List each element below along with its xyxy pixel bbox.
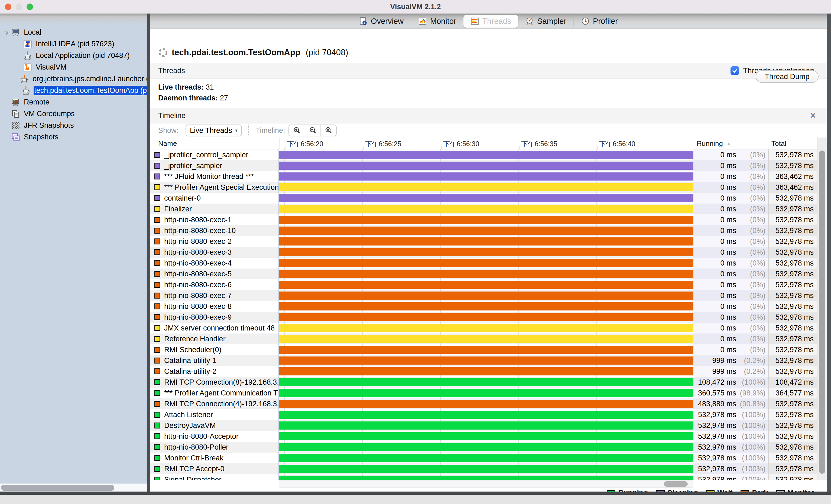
sidebar-item-local[interactable]: ∨Local	[0, 27, 150, 38]
column-header-name[interactable]: Name	[158, 139, 177, 148]
table-row[interactable]: Monitor Ctrl-Break532,978 ms(100%)532,97…	[150, 452, 827, 464]
thread-state-icon	[154, 195, 160, 201]
coredump-icon	[11, 109, 21, 119]
zoom-out-button[interactable]	[305, 125, 320, 136]
tab-threads[interactable]: Threads	[463, 15, 518, 28]
table-row[interactable]: http-nio-8080-exec-70 ms(0%)532,978 ms	[150, 290, 827, 301]
running-cell: 532,978 ms(100%)	[693, 442, 768, 452]
table-row[interactable]: http-nio-8080-Acceptor532,978 ms(100%)53…	[150, 431, 827, 442]
table-vscrollbar-thumb[interactable]	[819, 150, 825, 474]
table-row[interactable]: DestroyJavaVM532,978 ms(100%)532,978 ms	[150, 420, 827, 431]
running-value: 0 ms	[693, 335, 736, 343]
tab-label: Monitor	[430, 17, 456, 26]
table-row[interactable]: _jprofiler_control_sampler0 ms(0%)532,97…	[150, 149, 827, 160]
table-row[interactable]: http-nio-8080-Poller532,978 ms(100%)532,…	[150, 442, 827, 452]
timeline-timestamp: 下午6:56:25	[365, 139, 401, 148]
thread-state-icon	[154, 422, 160, 428]
table-row[interactable]: http-nio-8080-exec-80 ms(0%)532,978 ms	[150, 301, 827, 312]
table-row[interactable]: Attach Listener532,978 ms(100%)532,978 m…	[150, 409, 827, 420]
thread-dump-button[interactable]: Thread Dump	[756, 70, 819, 83]
thread-name-cell: RMI TCP Connection(8)-192.168.3.	[150, 377, 279, 388]
table-row[interactable]: http-nio-8080-exec-20 ms(0%)532,978 ms	[150, 236, 827, 247]
table-row[interactable]: RMI TCP Connection(4)-192.168.3.483,889 …	[150, 398, 827, 409]
running-value: 0 ms	[693, 248, 736, 257]
tab-sampler[interactable]: Sampler	[518, 15, 573, 28]
sidebar-item-intellij-idea-pid-57623[interactable]: IntelliJ IDEA (pid 57623)	[0, 38, 150, 50]
thread-name: DestroyJavaVM	[164, 421, 216, 430]
thread-state-icon	[154, 303, 160, 309]
tab-monitor[interactable]: Monitor	[411, 15, 463, 28]
sidebar-item-snapshots[interactable]: Snapshots	[0, 131, 150, 143]
java-icon	[23, 51, 32, 61]
sidebar-item-visualvm[interactable]: VisualVM	[0, 61, 150, 73]
sidebar-divider[interactable]	[147, 13, 150, 492]
running-percent: (0%)	[736, 161, 768, 170]
sidebar-item-remote[interactable]: Remote	[0, 96, 150, 108]
running-cell: 532,978 ms(100%)	[693, 452, 768, 464]
timeline-cell	[279, 333, 693, 344]
table-row[interactable]: RMI Scheduler(0)0 ms(0%)532,978 ms	[150, 344, 827, 355]
timeline-cell	[279, 171, 693, 182]
thread-name-cell: http-nio-8080-exec-7	[150, 290, 279, 301]
column-header-total[interactable]: Total	[771, 139, 786, 148]
running-cell: 0 ms(0%)	[693, 236, 768, 247]
thread-name: RMI TCP Accept-0	[164, 465, 225, 473]
table-row[interactable]: http-nio-8080-exec-90 ms(0%)532,978 ms	[150, 312, 827, 323]
application-header: tech.pdai.test.oom.TestOomApp (pid 70408…	[158, 42, 348, 63]
thread-name-cell: DestroyJavaVM	[150, 420, 279, 431]
sidebar-item-label: tech.pdai.test.oom.TestOomApp (pi	[34, 86, 150, 95]
timeline-close-icon[interactable]: ×	[810, 111, 816, 120]
zoom-in-button[interactable]	[289, 125, 305, 136]
running-percent: (0%)	[736, 335, 768, 343]
timeline-hscrollbar-thumb[interactable]	[664, 481, 688, 487]
table-row[interactable]: http-nio-8080-exec-50 ms(0%)532,978 ms	[150, 268, 827, 279]
running-value: 999 ms	[693, 356, 736, 365]
table-row[interactable]: container-00 ms(0%)532,978 ms	[150, 193, 827, 204]
sidebar-item-vm-coredumps[interactable]: VM Coredumps	[0, 108, 150, 120]
table-row[interactable]: http-nio-8080-exec-40 ms(0%)532,978 ms	[150, 258, 827, 268]
sidebar-item-jfr-snapshots[interactable]: JFR Snapshots	[0, 120, 150, 131]
table-row[interactable]: JMX server connection timeout 480 ms(0%)…	[150, 323, 827, 333]
thread-name-cell: http-nio-8080-exec-4	[150, 258, 279, 268]
thread-name: http-nio-8080-exec-1	[164, 216, 232, 224]
table-row[interactable]: http-nio-8080-exec-30 ms(0%)532,978 ms	[150, 247, 827, 258]
table-row[interactable]: _jprofiler_sampler0 ms(0%)532,978 ms	[150, 160, 827, 171]
table-row[interactable]: Finalizer0 ms(0%)532,978 ms	[150, 204, 827, 214]
timeline-cell	[279, 431, 693, 442]
table-row[interactable]: http-nio-8080-exec-10 ms(0%)532,978 ms	[150, 214, 827, 225]
table-row[interactable]: Reference Handler0 ms(0%)532,978 ms	[150, 333, 827, 344]
threads-visualization-checkbox[interactable]	[730, 66, 739, 75]
running-cell: 0 ms(0%)	[693, 247, 768, 258]
thread-state-bar	[279, 378, 693, 386]
table-row[interactable]: *** Profiler Agent Special Execution0 ms…	[150, 182, 827, 193]
table-row[interactable]: *** JFluid Monitor thread ***0 ms(0%)363…	[150, 171, 827, 182]
table-row[interactable]: Catalina-utility-1999 ms(0.2%)532,978 ms	[150, 355, 827, 366]
thread-name: http-nio-8080-exec-8	[164, 302, 232, 311]
sidebar-item-org-jetbrains-jps-cmdline-launcher[interactable]: org.jetbrains.jps.cmdline.Launcher (	[0, 73, 150, 85]
table-row[interactable]: http-nio-8080-exec-60 ms(0%)532,978 ms	[150, 279, 827, 290]
sidebar-item-local-application-pid-70487[interactable]: Local Application (pid 70487)	[0, 50, 150, 61]
thread-state-icon	[154, 390, 160, 396]
running-percent: (0%)	[736, 292, 768, 300]
table-row[interactable]: Catalina-utility-2999 ms(0.2%)532,978 ms	[150, 366, 827, 377]
table-row[interactable]: *** Profiler Agent Communication T360,57…	[150, 388, 827, 398]
sidebar-item-label: VM Coredumps	[23, 109, 76, 119]
table-row[interactable]: RMI TCP Accept-0532,978 ms(100%)532,978 …	[150, 464, 827, 474]
table-row[interactable]: http-nio-8080-exec-100 ms(0%)532,978 ms	[150, 225, 827, 236]
zoom-fit-button[interactable]	[320, 125, 336, 136]
thread-name-cell: http-nio-8080-exec-5	[150, 268, 279, 279]
show-dropdown[interactable]: Live Threads ▾	[185, 124, 242, 137]
column-header-running[interactable]: Running ▲	[697, 139, 732, 148]
table-row[interactable]: RMI TCP Connection(8)-192.168.3.108,472 …	[150, 377, 827, 388]
tab-overview[interactable]: iOverview	[352, 15, 411, 28]
thread-state-icon	[154, 217, 160, 223]
chevron-expanded-icon[interactable]: ∨	[3, 29, 11, 36]
table-row[interactable]: Signal Dispatcher532,978 ms(100%)532,978…	[150, 474, 827, 480]
thread-name-cell: *** JFluid Monitor thread ***	[150, 171, 279, 182]
sidebar-hscrollbar-thumb[interactable]	[1, 485, 114, 491]
sidebar-item-tech-pdai-test-oom-testoomapp-pi[interactable]: tech.pdai.test.oom.TestOomApp (pi	[0, 85, 150, 96]
sidebar-top-gradient	[0, 13, 150, 24]
thread-name: http-nio-8080-Acceptor	[164, 432, 239, 441]
tab-profiler[interactable]: Profiler	[574, 15, 625, 28]
running-value: 0 ms	[693, 227, 736, 235]
